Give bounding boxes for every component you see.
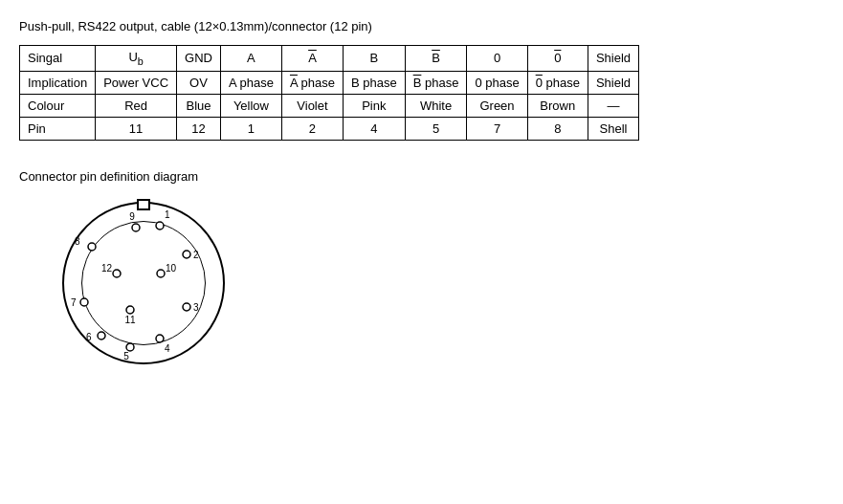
pin-2-label: 2	[193, 250, 199, 260]
row-implication-b: B phase	[343, 71, 405, 94]
pin-12-dot	[113, 270, 121, 277]
row-pin-bbar: 5	[405, 117, 467, 140]
row-pin-label: Pin	[20, 117, 96, 140]
row-implication-a: A phase	[220, 71, 281, 94]
header-a: A	[220, 46, 281, 72]
row-implication-ub: Power VCC	[96, 71, 177, 94]
pin-5-label: 5	[123, 351, 129, 362]
pin-9-label: 9	[129, 211, 135, 222]
row-implication-bbar: B phase	[405, 71, 467, 94]
row-implication-0: 0 phase	[467, 71, 527, 94]
row-colour-0bar: Brown	[527, 94, 588, 117]
pin-3-dot	[183, 303, 190, 311]
row-pin-a: 1	[220, 117, 281, 140]
row-implication-shield: Shield	[588, 71, 638, 94]
header-0: 0	[467, 46, 527, 72]
diagram-section: Connector pin definition diagram 1 2 3	[19, 169, 824, 369]
pin-2-dot	[183, 251, 190, 258]
pin-8-label: 8	[75, 236, 80, 247]
pin-4-label: 4	[165, 343, 170, 354]
pin-9-dot	[132, 224, 140, 231]
pin-10-dot	[157, 270, 165, 277]
pin-1-dot	[156, 222, 164, 230]
header-0-bar: 0	[527, 46, 588, 72]
row-pin-ub: 11	[96, 117, 177, 140]
pin-7-label: 7	[71, 297, 77, 308]
row-pin-abar: 2	[281, 117, 343, 140]
pin-10-label: 10	[166, 263, 177, 274]
pin-6-dot	[98, 332, 105, 340]
pin-5-dot	[126, 343, 134, 351]
pin-3-label: 3	[193, 302, 199, 313]
connector-diagram: 1 2 3 4 5 6 7	[57, 197, 230, 369]
diagram-title: Connector pin definition diagram	[19, 169, 824, 184]
row-pin-b: 4	[343, 117, 405, 140]
row-implication-gnd: OV	[177, 71, 221, 94]
header-ub: Ub	[96, 46, 177, 72]
row-colour-abar: Violet	[281, 94, 343, 117]
connector-container: 1 2 3 4 5 6 7	[19, 197, 824, 369]
pin-8-dot	[88, 243, 96, 251]
header-shield: Shield	[588, 46, 638, 72]
pin-1-label: 1	[165, 209, 170, 220]
row-colour-bbar: White	[405, 94, 467, 117]
header-signal: Singal	[20, 46, 96, 72]
row-colour-0: Green	[467, 94, 527, 117]
row-implication-label: Implication	[20, 71, 96, 94]
row-colour-b: Pink	[343, 94, 405, 117]
header-b: B	[343, 46, 405, 72]
header-gnd: GND	[177, 46, 221, 72]
pin-table: Singal Ub GND A A B B 0 0 Shield Implica…	[19, 45, 639, 141]
row-colour-label: Colour	[20, 94, 96, 117]
row-pin-0bar: 8	[527, 117, 588, 140]
pin-12-label: 12	[101, 263, 113, 274]
row-pin-shell: Shell	[588, 117, 638, 140]
row-colour-a: Yellow	[220, 94, 281, 117]
table-title: Push-pull, RS422 output, cable (12×0.13m…	[19, 19, 824, 33]
pin-11-dot	[126, 306, 134, 314]
pin-svg: 1 2 3 4 5 6 7	[57, 197, 230, 369]
row-colour-gnd: Blue	[177, 94, 221, 117]
top-notch	[137, 199, 150, 210]
row-implication-abar: A phase	[281, 71, 343, 94]
pin-6-label: 6	[86, 332, 92, 342]
header-b-bar: B	[405, 46, 467, 72]
row-implication-0bar: 0 phase	[527, 71, 588, 94]
header-a-bar: A	[281, 46, 343, 72]
pin-7-dot	[80, 298, 88, 306]
row-colour-shield: —	[588, 94, 638, 117]
pin-4-dot	[156, 335, 164, 342]
row-colour-ub: Red	[96, 94, 177, 117]
pin-11-label: 11	[124, 315, 136, 325]
row-pin-0: 7	[467, 117, 527, 140]
row-pin-gnd: 12	[177, 117, 221, 140]
